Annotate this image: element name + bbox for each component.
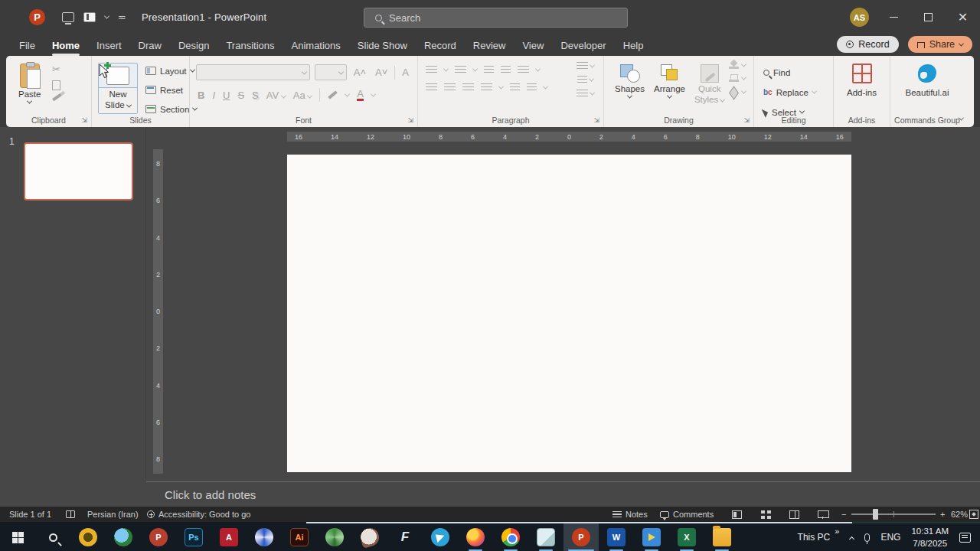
text-shadow-button[interactable]: S	[252, 90, 259, 101]
spell-check-icon[interactable]	[66, 507, 75, 522]
clipboard-dialog-launcher[interactable]: ⇲	[81, 116, 87, 124]
zoom-level[interactable]: 62%	[951, 507, 968, 522]
slideshow-button[interactable]	[818, 507, 828, 522]
align-right-button[interactable]	[462, 83, 474, 92]
tab-help[interactable]: Help	[615, 36, 652, 55]
paragraph-dialog-launcher[interactable]: ⇲	[593, 116, 599, 124]
beautiful-ai-button[interactable]: Beautiful.ai	[890, 61, 964, 97]
justify-button[interactable]	[481, 83, 492, 92]
taskbar-idm[interactable]	[106, 523, 141, 551]
taskbar-illustrator[interactable]: Ai	[282, 523, 317, 551]
align-center-button[interactable]	[444, 83, 456, 92]
tab-insert[interactable]: Insert	[88, 36, 130, 55]
fit-slide-button[interactable]	[969, 507, 978, 522]
zoom-slider[interactable]	[851, 507, 936, 522]
share-button[interactable]: Share	[908, 36, 972, 53]
taskbar-firefox[interactable]	[458, 523, 493, 551]
accessibility-status[interactable]: Accessibility: Good to go	[147, 507, 250, 522]
align-left-button[interactable]	[426, 83, 437, 92]
text-highlight-button[interactable]	[328, 90, 338, 99]
convert-to-smartart-button[interactable]	[577, 90, 594, 98]
zoom-slider-thumb[interactable]	[873, 509, 878, 520]
taskbar-yellow-app[interactable]	[70, 523, 106, 551]
underline-button[interactable]: U	[223, 90, 230, 101]
font-size-combobox[interactable]	[315, 64, 347, 80]
taskbar-green-swirl-app[interactable]	[317, 523, 352, 551]
bold-button[interactable]: B	[198, 90, 204, 101]
taskbar-chrome[interactable]	[493, 523, 528, 551]
format-painter-button[interactable]	[52, 93, 62, 102]
start-slideshow-icon[interactable]	[62, 12, 74, 22]
taskbar-word[interactable]: W	[599, 523, 634, 551]
maximize-button[interactable]	[911, 0, 946, 34]
clock[interactable]: 10:31 AM 7/8/2025	[911, 525, 949, 549]
comments-toggle[interactable]: Comments	[660, 507, 714, 522]
taskbar-satellite-app[interactable]	[352, 523, 387, 551]
align-text-button[interactable]	[577, 76, 593, 84]
shapes-button[interactable]: Shapes	[615, 64, 645, 104]
taskbar-telegram[interactable]	[423, 523, 458, 551]
tab-design[interactable]: Design	[170, 36, 217, 55]
taskbar-file-explorer[interactable]	[704, 523, 740, 551]
shrink-font-button[interactable]: A˅	[373, 67, 390, 78]
decrease-indent-button[interactable]	[484, 66, 494, 74]
text-direction-button[interactable]	[577, 62, 594, 70]
taskbar-excel[interactable]: X	[669, 523, 704, 551]
zoom-in-button[interactable]: +	[940, 507, 945, 522]
line-spacing-button[interactable]	[518, 66, 529, 74]
tab-draw[interactable]: Draw	[130, 36, 170, 55]
slide-sorter-button[interactable]	[761, 507, 771, 522]
taskbar-acrobat[interactable]: A	[211, 523, 247, 551]
document-icon[interactable]	[83, 12, 96, 22]
font-dialog-launcher[interactable]: ⇲	[407, 116, 413, 124]
tab-slide-show[interactable]: Slide Show	[349, 36, 416, 55]
touch-mode-icon[interactable]: ≂	[118, 11, 126, 23]
paste-button[interactable]: Paste	[18, 64, 41, 104]
shape-outline-button[interactable]	[729, 75, 746, 82]
notes-toggle[interactable]: Notes	[612, 507, 648, 522]
cut-button[interactable]: ✂	[52, 64, 62, 75]
change-case-button[interactable]: Aa	[293, 90, 312, 101]
italic-button[interactable]: I	[212, 90, 215, 101]
grow-font-button[interactable]: A˄	[351, 67, 368, 78]
arrange-button[interactable]: Arrange	[654, 64, 685, 104]
quick-access-chevron-icon[interactable]	[104, 14, 109, 19]
close-button[interactable]: ✕	[946, 0, 980, 34]
minimize-button[interactable]	[877, 0, 911, 34]
font-color-button[interactable]: A	[357, 89, 364, 101]
find-button[interactable]: Find	[763, 64, 833, 80]
this-pc-label[interactable]: This PC	[798, 532, 831, 543]
taskbar-powerpoint[interactable]: P	[564, 523, 599, 551]
taskbar-search-button[interactable]	[35, 523, 70, 551]
numbering-button[interactable]	[455, 66, 466, 74]
start-button[interactable]	[0, 523, 35, 551]
taskbar-photoshop[interactable]: Ps	[176, 523, 211, 551]
replace-button[interactable]: bc Replace	[763, 84, 833, 100]
strikethrough-button[interactable]: S	[237, 90, 244, 101]
taskbar-psiphon[interactable]: P	[141, 523, 176, 551]
shape-fill-button[interactable]	[729, 62, 746, 69]
reading-view-button[interactable]	[789, 507, 799, 522]
slide-canvas[interactable]	[287, 155, 851, 472]
tab-transitions[interactable]: Transitions	[217, 36, 283, 55]
text-highlight-small-button[interactable]	[527, 83, 537, 92]
show-hidden-icons-chevron[interactable]	[849, 536, 854, 541]
record-button[interactable]: Record	[837, 36, 898, 53]
taskbar-notepad[interactable]	[528, 523, 564, 551]
tab-review[interactable]: Review	[465, 36, 514, 55]
shape-effects-button[interactable]	[729, 88, 746, 96]
account-avatar[interactable]: AS	[850, 8, 869, 27]
taskbar-potplayer[interactable]	[634, 523, 669, 551]
addins-button[interactable]: Add-ins	[834, 61, 890, 97]
normal-view-button[interactable]	[732, 507, 742, 522]
tray-overflow-chevrons[interactable]: »	[835, 527, 839, 536]
columns-button[interactable]	[510, 83, 520, 92]
tab-view[interactable]: View	[514, 36, 552, 55]
language-switcher[interactable]: ENG	[880, 532, 900, 543]
microphone-icon[interactable]	[864, 533, 870, 542]
tab-record[interactable]: Record	[416, 36, 465, 55]
taskbar-blue-swirl-app[interactable]	[247, 523, 282, 551]
search-input[interactable]: Search	[364, 8, 628, 28]
tab-animations[interactable]: Animations	[283, 36, 349, 55]
language-indicator[interactable]: Persian (Iran)	[87, 507, 139, 522]
